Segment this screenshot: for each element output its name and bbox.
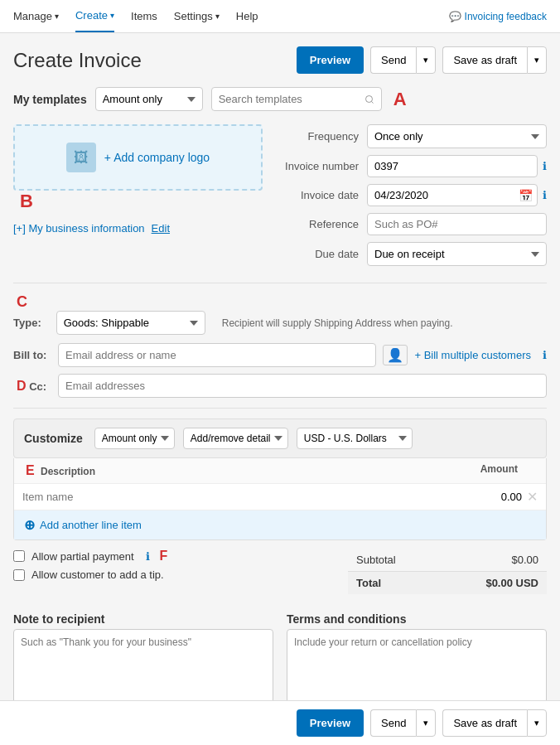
- invoice-date-row: Invoice date 📅 ℹ: [276, 184, 547, 206]
- note-textarea[interactable]: [13, 629, 273, 712]
- tip-label: Allow customer to add a tip.: [31, 568, 164, 581]
- template-search-input[interactable]: [211, 87, 382, 111]
- label-d: D: [17, 379, 27, 393]
- tip-checkbox[interactable]: [13, 569, 25, 581]
- customize-section: Customize Amount only Add/remove detail …: [13, 418, 547, 458]
- templates-row: My templates Amount only A: [13, 87, 547, 111]
- preview-button[interactable]: Preview: [297, 46, 364, 74]
- cc-label: D Cc:: [13, 379, 51, 394]
- nav-settings[interactable]: Settings ▾: [174, 10, 220, 22]
- total-label: Total: [356, 577, 381, 589]
- header-actions: Preview Send ▾ Save as draft ▾: [297, 46, 547, 74]
- reference-row: Reference: [276, 213, 547, 235]
- type-row: Type: Goods: Shippable Recipient will su…: [13, 311, 547, 335]
- send-caret-button[interactable]: ▾: [416, 46, 436, 74]
- bill-to-label: Bill to:: [13, 349, 51, 361]
- business-info-row: [+] My business information Edit: [13, 222, 263, 235]
- type-dropdown[interactable]: Goods: Shippable: [56, 311, 205, 335]
- tip-row: Allow customer to add a tip.: [13, 568, 335, 581]
- invoicing-feedback-link[interactable]: 💬 Invoicing feedback: [449, 11, 547, 22]
- invoice-number-input[interactable]: [367, 155, 538, 177]
- partial-payment-row: Allow partial payment ℹ F: [13, 549, 335, 564]
- frequency-dropdown[interactable]: Once only: [367, 124, 547, 148]
- feedback-icon: 💬: [449, 11, 461, 22]
- customize-currency-dropdown[interactable]: USD - U.S. Dollars: [297, 428, 413, 449]
- customize-detail-dropdown[interactable]: Add/remove detail: [183, 428, 288, 449]
- line-items-section: E Description Amount ✕ ⊕ Add another lin…: [13, 458, 547, 540]
- add-line-item-button[interactable]: ⊕ Add another line item: [14, 510, 546, 539]
- contacts-icon[interactable]: 👤: [383, 345, 408, 365]
- terms-title: Terms and conditions: [287, 612, 547, 626]
- page-title: Create Invoice: [13, 49, 142, 72]
- save-draft-button[interactable]: Save as draft: [442, 46, 527, 74]
- page-header: Create Invoice Preview Send ▾ Save as dr…: [13, 46, 547, 74]
- divider-1: [13, 283, 547, 283]
- add-logo-text: + Add company logo: [104, 151, 210, 164]
- bottom-save-draft-button[interactable]: Save as draft: [442, 709, 527, 737]
- nav-items-label: Items: [131, 10, 157, 22]
- draft-group: Save as draft ▾: [442, 46, 547, 74]
- nav-create-chevron: ▾: [110, 11, 114, 20]
- nav-settings-label: Settings: [174, 10, 213, 22]
- partial-payment-checkbox[interactable]: [13, 550, 25, 562]
- cc-row: D Cc:: [13, 374, 547, 398]
- bill-to-input[interactable]: [58, 343, 376, 367]
- template-dropdown[interactable]: Amount only: [95, 87, 203, 111]
- note-title: Note to recipient: [13, 612, 273, 626]
- bottom-bar: Preview Send ▾ Save as draft ▾: [0, 700, 560, 745]
- save-draft-caret-button[interactable]: ▾: [527, 46, 547, 74]
- nav-help[interactable]: Help: [236, 10, 258, 22]
- item-name-input[interactable]: [22, 487, 472, 506]
- invoice-number-label: Invoice number: [276, 160, 367, 172]
- send-button[interactable]: Send: [370, 46, 416, 74]
- business-info-link[interactable]: [+] My business information: [13, 222, 145, 235]
- nav-manage-chevron: ▾: [55, 12, 59, 21]
- nav-create[interactable]: Create ▾: [75, 0, 114, 32]
- reference-input[interactable]: [367, 213, 547, 235]
- item-amount-input[interactable]: [472, 487, 522, 506]
- line-items-header: E Description Amount: [14, 458, 546, 484]
- nav-manage[interactable]: Manage ▾: [13, 10, 59, 22]
- invoice-date-info-icon[interactable]: ℹ: [543, 189, 547, 201]
- due-date-row: Due date Due on receipt: [276, 242, 547, 266]
- label-f: F: [160, 549, 168, 564]
- calendar-icon[interactable]: 📅: [519, 189, 533, 202]
- due-date-label: Due date: [276, 248, 367, 260]
- invoice-number-info-icon[interactable]: ℹ: [543, 160, 547, 172]
- label-e: E: [26, 463, 35, 477]
- due-date-dropdown[interactable]: Due on receipt: [367, 242, 547, 266]
- customize-row: Customize Amount only Add/remove detail …: [24, 428, 536, 449]
- invoice-date-label: Invoice date: [276, 189, 367, 201]
- bill-multiple-link[interactable]: + Bill multiple customers: [414, 349, 531, 361]
- remove-item-button[interactable]: ✕: [527, 489, 538, 505]
- bill-to-row: Bill to: 👤 + Bill multiple customers ℹ: [13, 343, 547, 367]
- partial-payment-label: Allow partial payment: [31, 550, 134, 563]
- customize-template-dropdown[interactable]: Amount only: [94, 428, 175, 449]
- bottom-send-group: Send ▾: [370, 709, 436, 737]
- invoice-date-input[interactable]: [367, 184, 538, 206]
- label-b: B: [20, 191, 33, 212]
- bottom-send-caret-button[interactable]: ▾: [416, 709, 436, 737]
- terms-textarea[interactable]: [287, 629, 547, 712]
- bottom-send-button[interactable]: Send: [370, 709, 416, 737]
- partial-payment-info-icon[interactable]: ℹ: [146, 550, 150, 563]
- two-col-section: 🖼 + Add company logo B [+] My business i…: [13, 124, 547, 273]
- subtotal-row: Subtotal $0.00: [348, 549, 547, 571]
- edit-business-link[interactable]: Edit: [152, 222, 170, 235]
- add-logo-area[interactable]: 🖼 + Add company logo: [13, 124, 263, 191]
- reference-label: Reference: [276, 218, 367, 230]
- image-icon: 🖼: [66, 143, 96, 172]
- cc-input[interactable]: [58, 374, 547, 398]
- type-label: Type:: [13, 317, 41, 329]
- bottom-preview-button[interactable]: Preview: [297, 709, 364, 737]
- totals-section: Subtotal $0.00 Total $0.00 USD: [348, 549, 547, 599]
- bottom-draft-group: Save as draft ▾: [442, 709, 547, 737]
- nav-items[interactable]: Items: [131, 10, 157, 22]
- bill-to-info-icon[interactable]: ℹ: [543, 349, 547, 361]
- bottom-save-draft-caret-button[interactable]: ▾: [527, 709, 547, 737]
- checkboxes-section: Allow partial payment ℹ F Allow customer…: [13, 549, 335, 586]
- amount-header: Amount: [480, 463, 538, 478]
- add-plus-icon: ⊕: [24, 517, 35, 533]
- total-row: Total $0.00 USD: [348, 571, 547, 594]
- nav-manage-label: Manage: [13, 10, 52, 22]
